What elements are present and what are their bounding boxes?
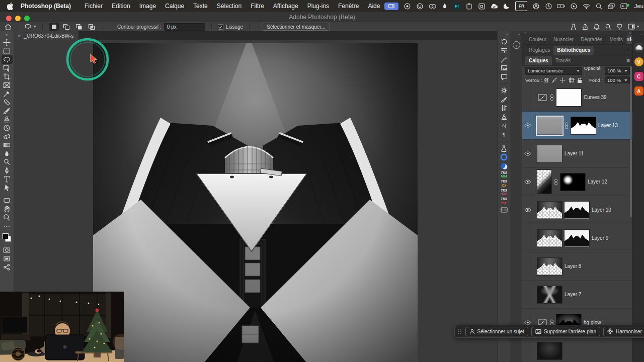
share-icon[interactable] — [582, 24, 588, 30]
history-panel-icon[interactable] — [499, 37, 509, 46]
plugin-c-icon[interactable]: C — [634, 72, 643, 81]
layer-row-layer-13[interactable]: Layer 13 — [522, 112, 633, 140]
healing-brush-tool[interactable] — [2, 98, 13, 107]
zoom-tool[interactable] — [2, 213, 13, 222]
hand-tool[interactable] — [2, 205, 13, 213]
circled-u-icon[interactable] — [416, 2, 424, 10]
move-tool[interactable] — [2, 38, 13, 47]
plugin-blue-ring-icon[interactable] — [499, 153, 509, 162]
layer-name[interactable]: Layer 10 — [592, 207, 611, 213]
notifications-bell-icon[interactable] — [594, 24, 600, 30]
stage-manager-icon[interactable] — [607, 2, 615, 10]
menu-affichage[interactable]: Affichage — [269, 3, 303, 10]
layer-name[interactable]: Layer 13 — [598, 123, 618, 128]
layers-scrollbar[interactable] — [630, 66, 632, 217]
layer-name[interactable]: Layer 12 — [588, 179, 607, 185]
adjustments-panel-icon[interactable] — [499, 55, 509, 64]
tab-reglages[interactable]: Réglages — [525, 46, 553, 55]
creative-cloud-icon[interactable] — [428, 2, 436, 10]
foreground-background-colors[interactable] — [3, 233, 11, 242]
smooth-checkbox[interactable] — [218, 24, 223, 30]
tk9-co-panel-icon[interactable]: TK9 Co — [499, 188, 509, 197]
clock-icon[interactable] — [544, 2, 552, 10]
layer-name[interactable]: Layer 7 — [565, 292, 581, 297]
close-tab-icon[interactable]: × — [18, 33, 21, 39]
apple-icon[interactable] — [7, 3, 14, 10]
edit-toolbar-icon[interactable] — [2, 222, 13, 230]
layer-row-curves-39[interactable]: Curves 39 — [522, 83, 633, 112]
shape-tool[interactable] — [2, 196, 13, 205]
panel-menu-icon[interactable]: ≡ — [627, 37, 630, 42]
eyedropper-tool[interactable] — [2, 89, 13, 98]
gradient-tool[interactable] — [2, 141, 13, 149]
menubar-clock[interactable]: Jeu. 18 déc. 19:33 — [634, 3, 644, 9]
selection-mode-subtract[interactable] — [74, 23, 84, 31]
visibility-toggle[interactable] — [522, 224, 533, 252]
lock-paint-icon[interactable] — [551, 77, 557, 83]
wifi-icon[interactable] — [582, 2, 590, 10]
menubar-app-name[interactable]: Photoshop (Beta) — [21, 3, 71, 10]
layer-row-hidden[interactable] — [522, 337, 633, 362]
lock-artboard-icon[interactable] — [569, 77, 575, 83]
layer-thumbnail[interactable] — [537, 202, 562, 219]
layer-row-layer-8[interactable]: Layer 8 — [522, 252, 633, 281]
layer-name[interactable]: Layer 8 — [565, 263, 581, 269]
moon-icon[interactable] — [503, 2, 511, 10]
shortcuts-panel-icon[interactable] — [499, 206, 509, 215]
layer-thumbnail[interactable] — [537, 117, 562, 134]
menu-plugins[interactable]: Plug-ins — [303, 3, 334, 10]
brush-settings-panel-icon[interactable] — [499, 95, 509, 104]
lock-position-icon[interactable] — [560, 77, 566, 83]
tab-traces[interactable]: Tracés — [552, 56, 574, 65]
layer-mask-thumbnail[interactable] — [560, 173, 585, 191]
clone-source-panel-icon[interactable] — [499, 113, 509, 122]
libraries-panel-icon[interactable] — [499, 64, 509, 73]
record-icon[interactable] — [403, 2, 411, 10]
tab-calques[interactable]: Calques — [525, 56, 552, 65]
user-clock-icon[interactable] — [532, 2, 540, 10]
panel-menu-icon[interactable]: ≡ — [627, 58, 630, 63]
lasso-tool[interactable] — [2, 55, 13, 64]
visibility-toggle[interactable] — [522, 281, 533, 308]
selection-mode-add[interactable] — [61, 23, 71, 31]
app-box-icon[interactable] — [477, 2, 486, 10]
brush-tool[interactable] — [2, 107, 13, 115]
layer-thumbnail[interactable] — [537, 230, 562, 247]
frame-tool[interactable] — [2, 81, 13, 89]
layer-thumbnail[interactable] — [537, 145, 562, 162]
tk9-ex-panel-icon[interactable]: TK9 EX — [499, 197, 509, 206]
clipboard-icon[interactable] — [465, 2, 473, 10]
menu-image[interactable]: Image — [135, 3, 160, 10]
remove-background-button[interactable]: Supprimer l'arrière-plan — [531, 327, 600, 336]
crop-tool[interactable] — [2, 72, 13, 81]
layer-name[interactable]: Curves 39 — [584, 95, 607, 100]
layer-row-layer-7[interactable]: Layer 7 — [522, 281, 633, 309]
actions-panel-icon[interactable] — [499, 86, 509, 96]
workspace-switcher-icon[interactable] — [628, 24, 639, 30]
path-selection-tool[interactable] — [2, 184, 13, 192]
layer-row-layer-12[interactable]: Layer 12 — [522, 168, 633, 196]
panel-menu-icon[interactable]: ≡ — [627, 47, 630, 53]
visibility-toggle[interactable] — [522, 83, 533, 111]
layer-mask-thumbnail[interactable] — [565, 230, 589, 247]
menu-fichier[interactable]: Fichier — [80, 3, 107, 10]
foreground-color-swatch[interactable] — [3, 233, 9, 239]
quick-mask-button[interactable] — [2, 246, 13, 254]
plugin-v-icon[interactable]: V — [634, 57, 643, 66]
layer-name[interactable]: Layer 11 — [565, 151, 584, 156]
opacity-select[interactable]: 100 % — [605, 67, 630, 75]
layer-thumbnail[interactable] — [537, 286, 562, 303]
rail-collapse-icon[interactable]: « — [641, 31, 644, 37]
visibility-toggle[interactable] — [522, 168, 533, 196]
marquee-tool[interactable] — [2, 47, 13, 55]
toolbar-collapse-icon[interactable]: » — [6, 31, 8, 38]
character-panel-icon[interactable]: A| — [499, 122, 509, 131]
menu-texte[interactable]: Texte — [189, 3, 212, 10]
ink-drop-icon[interactable] — [441, 2, 449, 10]
visibility-toggle[interactable] — [522, 140, 533, 167]
home-icon[interactable] — [5, 24, 12, 30]
pen-tool[interactable] — [2, 166, 13, 175]
tool-presets-panel-icon[interactable] — [499, 104, 509, 113]
comments-panel-icon[interactable] — [499, 72, 509, 81]
layer-mask-thumbnail[interactable] — [571, 117, 596, 134]
